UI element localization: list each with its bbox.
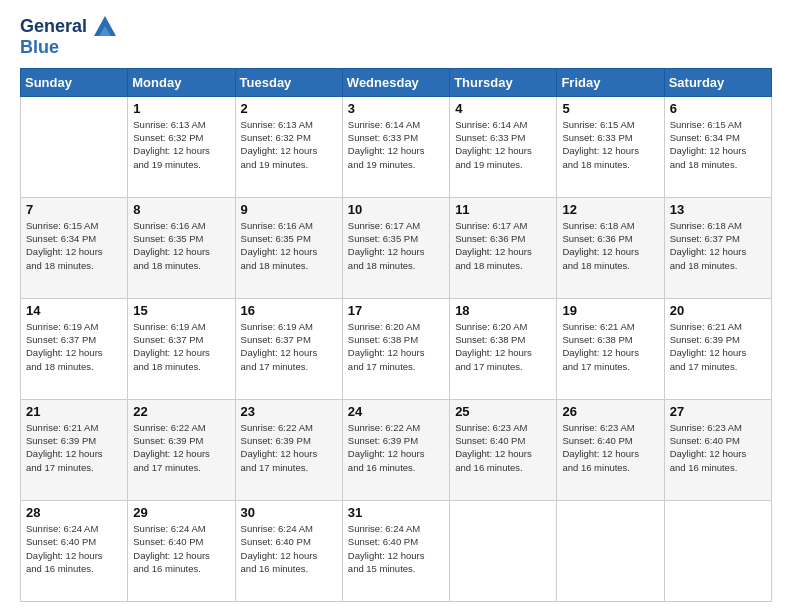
calendar-table: SundayMondayTuesdayWednesdayThursdayFrid… bbox=[20, 68, 772, 602]
day-info: Sunrise: 6:18 AM Sunset: 6:37 PM Dayligh… bbox=[670, 219, 766, 272]
calendar-cell: 6Sunrise: 6:15 AM Sunset: 6:34 PM Daylig… bbox=[664, 96, 771, 197]
day-info: Sunrise: 6:22 AM Sunset: 6:39 PM Dayligh… bbox=[241, 421, 337, 474]
day-info: Sunrise: 6:15 AM Sunset: 6:34 PM Dayligh… bbox=[670, 118, 766, 171]
day-info: Sunrise: 6:21 AM Sunset: 6:38 PM Dayligh… bbox=[562, 320, 658, 373]
day-number: 5 bbox=[562, 101, 658, 116]
calendar-cell: 2Sunrise: 6:13 AM Sunset: 6:32 PM Daylig… bbox=[235, 96, 342, 197]
logo-blue: Blue bbox=[20, 38, 116, 58]
day-number: 21 bbox=[26, 404, 122, 419]
day-number: 22 bbox=[133, 404, 229, 419]
calendar-cell: 20Sunrise: 6:21 AM Sunset: 6:39 PM Dayli… bbox=[664, 298, 771, 399]
day-number: 6 bbox=[670, 101, 766, 116]
calendar-cell: 12Sunrise: 6:18 AM Sunset: 6:36 PM Dayli… bbox=[557, 197, 664, 298]
week-row-3: 14Sunrise: 6:19 AM Sunset: 6:37 PM Dayli… bbox=[21, 298, 772, 399]
column-header-tuesday: Tuesday bbox=[235, 68, 342, 96]
calendar-cell: 14Sunrise: 6:19 AM Sunset: 6:37 PM Dayli… bbox=[21, 298, 128, 399]
calendar-cell: 21Sunrise: 6:21 AM Sunset: 6:39 PM Dayli… bbox=[21, 399, 128, 500]
calendar-cell bbox=[450, 500, 557, 601]
day-number: 9 bbox=[241, 202, 337, 217]
day-number: 13 bbox=[670, 202, 766, 217]
day-info: Sunrise: 6:24 AM Sunset: 6:40 PM Dayligh… bbox=[133, 522, 229, 575]
day-number: 11 bbox=[455, 202, 551, 217]
column-header-thursday: Thursday bbox=[450, 68, 557, 96]
calendar-header-row: SundayMondayTuesdayWednesdayThursdayFrid… bbox=[21, 68, 772, 96]
logo-icon bbox=[94, 16, 116, 38]
day-info: Sunrise: 6:14 AM Sunset: 6:33 PM Dayligh… bbox=[348, 118, 444, 171]
day-number: 10 bbox=[348, 202, 444, 217]
day-number: 2 bbox=[241, 101, 337, 116]
logo-general: General bbox=[20, 16, 87, 36]
calendar-cell: 15Sunrise: 6:19 AM Sunset: 6:37 PM Dayli… bbox=[128, 298, 235, 399]
day-number: 17 bbox=[348, 303, 444, 318]
calendar-cell: 9Sunrise: 6:16 AM Sunset: 6:35 PM Daylig… bbox=[235, 197, 342, 298]
column-header-saturday: Saturday bbox=[664, 68, 771, 96]
calendar-cell: 11Sunrise: 6:17 AM Sunset: 6:36 PM Dayli… bbox=[450, 197, 557, 298]
day-info: Sunrise: 6:24 AM Sunset: 6:40 PM Dayligh… bbox=[26, 522, 122, 575]
week-row-2: 7Sunrise: 6:15 AM Sunset: 6:34 PM Daylig… bbox=[21, 197, 772, 298]
day-number: 23 bbox=[241, 404, 337, 419]
day-info: Sunrise: 6:22 AM Sunset: 6:39 PM Dayligh… bbox=[133, 421, 229, 474]
day-info: Sunrise: 6:23 AM Sunset: 6:40 PM Dayligh… bbox=[455, 421, 551, 474]
day-info: Sunrise: 6:15 AM Sunset: 6:34 PM Dayligh… bbox=[26, 219, 122, 272]
calendar-cell: 17Sunrise: 6:20 AM Sunset: 6:38 PM Dayli… bbox=[342, 298, 449, 399]
day-number: 29 bbox=[133, 505, 229, 520]
day-info: Sunrise: 6:24 AM Sunset: 6:40 PM Dayligh… bbox=[241, 522, 337, 575]
day-info: Sunrise: 6:18 AM Sunset: 6:36 PM Dayligh… bbox=[562, 219, 658, 272]
day-info: Sunrise: 6:20 AM Sunset: 6:38 PM Dayligh… bbox=[348, 320, 444, 373]
calendar-cell: 5Sunrise: 6:15 AM Sunset: 6:33 PM Daylig… bbox=[557, 96, 664, 197]
day-info: Sunrise: 6:13 AM Sunset: 6:32 PM Dayligh… bbox=[241, 118, 337, 171]
day-info: Sunrise: 6:23 AM Sunset: 6:40 PM Dayligh… bbox=[562, 421, 658, 474]
day-info: Sunrise: 6:17 AM Sunset: 6:35 PM Dayligh… bbox=[348, 219, 444, 272]
calendar-cell: 7Sunrise: 6:15 AM Sunset: 6:34 PM Daylig… bbox=[21, 197, 128, 298]
calendar-cell: 13Sunrise: 6:18 AM Sunset: 6:37 PM Dayli… bbox=[664, 197, 771, 298]
day-info: Sunrise: 6:15 AM Sunset: 6:33 PM Dayligh… bbox=[562, 118, 658, 171]
logo: General Blue bbox=[20, 16, 116, 58]
day-info: Sunrise: 6:22 AM Sunset: 6:39 PM Dayligh… bbox=[348, 421, 444, 474]
day-info: Sunrise: 6:24 AM Sunset: 6:40 PM Dayligh… bbox=[348, 522, 444, 575]
column-header-sunday: Sunday bbox=[21, 68, 128, 96]
day-number: 16 bbox=[241, 303, 337, 318]
day-number: 7 bbox=[26, 202, 122, 217]
day-info: Sunrise: 6:19 AM Sunset: 6:37 PM Dayligh… bbox=[133, 320, 229, 373]
calendar-cell: 8Sunrise: 6:16 AM Sunset: 6:35 PM Daylig… bbox=[128, 197, 235, 298]
day-number: 3 bbox=[348, 101, 444, 116]
calendar-cell: 19Sunrise: 6:21 AM Sunset: 6:38 PM Dayli… bbox=[557, 298, 664, 399]
day-number: 4 bbox=[455, 101, 551, 116]
page: General Blue SundayMondayTuesdayWednesda… bbox=[0, 0, 792, 612]
day-number: 31 bbox=[348, 505, 444, 520]
calendar-cell: 24Sunrise: 6:22 AM Sunset: 6:39 PM Dayli… bbox=[342, 399, 449, 500]
calendar-cell: 3Sunrise: 6:14 AM Sunset: 6:33 PM Daylig… bbox=[342, 96, 449, 197]
calendar-cell: 30Sunrise: 6:24 AM Sunset: 6:40 PM Dayli… bbox=[235, 500, 342, 601]
day-number: 8 bbox=[133, 202, 229, 217]
day-number: 15 bbox=[133, 303, 229, 318]
week-row-1: 1Sunrise: 6:13 AM Sunset: 6:32 PM Daylig… bbox=[21, 96, 772, 197]
calendar-cell: 26Sunrise: 6:23 AM Sunset: 6:40 PM Dayli… bbox=[557, 399, 664, 500]
day-info: Sunrise: 6:21 AM Sunset: 6:39 PM Dayligh… bbox=[670, 320, 766, 373]
day-number: 26 bbox=[562, 404, 658, 419]
day-number: 28 bbox=[26, 505, 122, 520]
day-info: Sunrise: 6:19 AM Sunset: 6:37 PM Dayligh… bbox=[241, 320, 337, 373]
calendar-cell: 25Sunrise: 6:23 AM Sunset: 6:40 PM Dayli… bbox=[450, 399, 557, 500]
day-number: 25 bbox=[455, 404, 551, 419]
column-header-monday: Monday bbox=[128, 68, 235, 96]
calendar-cell: 31Sunrise: 6:24 AM Sunset: 6:40 PM Dayli… bbox=[342, 500, 449, 601]
calendar-cell: 22Sunrise: 6:22 AM Sunset: 6:39 PM Dayli… bbox=[128, 399, 235, 500]
day-info: Sunrise: 6:20 AM Sunset: 6:38 PM Dayligh… bbox=[455, 320, 551, 373]
calendar-cell: 18Sunrise: 6:20 AM Sunset: 6:38 PM Dayli… bbox=[450, 298, 557, 399]
calendar-cell: 10Sunrise: 6:17 AM Sunset: 6:35 PM Dayli… bbox=[342, 197, 449, 298]
calendar-cell bbox=[21, 96, 128, 197]
day-number: 27 bbox=[670, 404, 766, 419]
calendar-cell bbox=[664, 500, 771, 601]
column-header-friday: Friday bbox=[557, 68, 664, 96]
calendar-cell: 29Sunrise: 6:24 AM Sunset: 6:40 PM Dayli… bbox=[128, 500, 235, 601]
calendar-cell: 1Sunrise: 6:13 AM Sunset: 6:32 PM Daylig… bbox=[128, 96, 235, 197]
calendar-cell: 27Sunrise: 6:23 AM Sunset: 6:40 PM Dayli… bbox=[664, 399, 771, 500]
day-info: Sunrise: 6:23 AM Sunset: 6:40 PM Dayligh… bbox=[670, 421, 766, 474]
calendar-cell: 4Sunrise: 6:14 AM Sunset: 6:33 PM Daylig… bbox=[450, 96, 557, 197]
day-number: 14 bbox=[26, 303, 122, 318]
calendar-cell: 23Sunrise: 6:22 AM Sunset: 6:39 PM Dayli… bbox=[235, 399, 342, 500]
day-number: 1 bbox=[133, 101, 229, 116]
week-row-5: 28Sunrise: 6:24 AM Sunset: 6:40 PM Dayli… bbox=[21, 500, 772, 601]
day-number: 24 bbox=[348, 404, 444, 419]
day-info: Sunrise: 6:17 AM Sunset: 6:36 PM Dayligh… bbox=[455, 219, 551, 272]
